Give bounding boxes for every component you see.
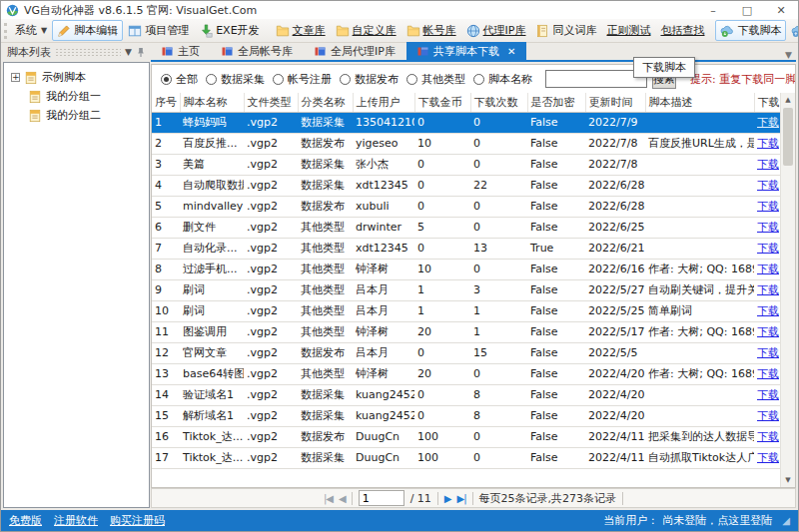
table-row[interactable]: 2百度反推....vgp2数据发布yigeseo100False2022/7/8… bbox=[152, 133, 780, 154]
table-row[interactable]: 8过滤手机....vgp2其他类型钟泽树100False2022/6/16作者:… bbox=[152, 259, 780, 279]
tree-item-2[interactable]: 我的分组一 bbox=[6, 87, 147, 106]
upload-script-button[interactable]: 上传脚本 bbox=[786, 20, 799, 41]
download-link[interactable]: 下载 bbox=[757, 200, 779, 213]
minimize-button[interactable]: – bbox=[696, 1, 730, 19]
table-row[interactable]: 15解析域名1.vgp2数据采集kuang245229908False2022/… bbox=[152, 405, 780, 426]
column-header[interactable]: 序号 bbox=[152, 93, 180, 112]
download-link[interactable]: 下载 bbox=[757, 430, 779, 443]
synonym-library-button[interactable]: 同义词库 bbox=[530, 20, 601, 41]
download-link[interactable]: 下载 bbox=[757, 283, 779, 296]
vertical-scrollbar[interactable]: ▲ ▼ bbox=[780, 93, 795, 487]
radio-icon[interactable] bbox=[206, 74, 217, 85]
download-link[interactable]: 下载 bbox=[757, 221, 779, 234]
table-row[interactable] bbox=[152, 468, 780, 487]
account-library-button[interactable]: 帐号库 bbox=[401, 20, 461, 41]
table-row[interactable]: 14验证域名1.vgp2数据采集kuang245229908False2022/… bbox=[152, 384, 780, 405]
radio-icon[interactable] bbox=[273, 74, 284, 85]
column-header[interactable]: 文件类型 bbox=[244, 93, 298, 112]
tab-4[interactable]: 共享脚本下载✕ bbox=[406, 42, 526, 60]
close-button[interactable]: ✕ bbox=[764, 1, 798, 19]
download-link[interactable]: 下载 bbox=[757, 388, 779, 401]
column-header[interactable]: 分类名称 bbox=[298, 93, 353, 112]
column-header[interactable]: 下载金币 bbox=[414, 93, 470, 112]
pin-icon[interactable] bbox=[136, 47, 146, 58]
radio-3[interactable]: 帐号注册 bbox=[273, 72, 332, 87]
download-script-button[interactable]: 下载脚本 bbox=[715, 20, 786, 41]
scroll-down-icon[interactable]: ▼ bbox=[781, 473, 795, 487]
table-row[interactable]: 12官网文章.vgp2数据发布吕本月015False2022/5/5下载 bbox=[152, 342, 780, 363]
tab-3[interactable]: 全局代理IP库 bbox=[304, 42, 406, 60]
column-header[interactable]: 脚本描述 bbox=[645, 93, 754, 112]
next-page-button[interactable]: ▶ bbox=[444, 493, 451, 504]
exe-dev-button[interactable]: EXE开发 bbox=[194, 20, 264, 41]
first-page-button[interactable]: |◀ bbox=[324, 493, 333, 504]
table-row[interactable]: 7自动化录....vgp2其他类型xdt12345013True2022/6/2… bbox=[152, 238, 780, 259]
status-link-3[interactable]: 购买注册码 bbox=[110, 513, 165, 528]
download-link[interactable]: 下载 bbox=[757, 325, 779, 338]
chevron-down-icon[interactable]: ▼ bbox=[125, 47, 132, 57]
radio-icon[interactable] bbox=[340, 74, 351, 85]
download-link[interactable]: 下载 bbox=[757, 242, 779, 255]
tab-overflow-icon[interactable]: ▼ bbox=[781, 50, 796, 60]
table-row[interactable]: 16Tiktok_达....vgp2数据发布DuugCn1000False202… bbox=[152, 426, 780, 447]
tree-item-3[interactable]: 我的分组二 bbox=[6, 106, 147, 125]
regex-test-button[interactable]: 正则测试 bbox=[601, 20, 655, 41]
table-row[interactable]: 6删文件.vgp2其他类型drwinter50False2022/6/25下载 bbox=[152, 217, 780, 238]
article-library-button[interactable]: 文章库 bbox=[271, 20, 331, 41]
include-find-button[interactable]: 包括查找 bbox=[655, 20, 709, 41]
column-header[interactable]: 下载次数 bbox=[470, 93, 527, 112]
scroll-up-icon[interactable]: ▲ bbox=[781, 93, 795, 107]
download-link[interactable]: 下载 bbox=[757, 158, 779, 171]
close-icon[interactable]: ✕ bbox=[507, 46, 515, 57]
table-row[interactable]: 17Tiktok_达....vgp2数据采集DuugCn1000False202… bbox=[152, 447, 780, 468]
page-number-input[interactable] bbox=[359, 490, 404, 506]
table-row[interactable]: 9刷词.vgp2其他类型吕本月13False2022/5/27自动刷关键词，提升… bbox=[152, 279, 780, 300]
login-link[interactable]: 尚未登陆，点这里登陆 bbox=[662, 513, 772, 528]
table-row[interactable]: 5mindvalley.vgp2数据发布xubuli00False2022/6/… bbox=[152, 196, 780, 217]
custom-library-button[interactable]: 自定义库 bbox=[331, 20, 401, 41]
radio-icon[interactable] bbox=[473, 74, 484, 85]
radio-4[interactable]: 数据发布 bbox=[340, 72, 399, 87]
download-link[interactable]: 下载 bbox=[757, 451, 779, 464]
status-link-2[interactable]: 注册软件 bbox=[54, 513, 98, 528]
download-link[interactable]: 下载 bbox=[757, 179, 779, 192]
radio-1[interactable]: 全部 bbox=[161, 72, 198, 87]
download-link[interactable]: 下载 bbox=[757, 409, 779, 422]
table-row[interactable]: 11图鉴调用.vgp2其他类型钟泽树201False2022/5/17作者: 大… bbox=[152, 321, 780, 342]
column-header[interactable]: 更新时间 bbox=[585, 93, 645, 112]
download-link[interactable]: 下载 bbox=[757, 304, 779, 317]
table-row[interactable]: 10刷词.vgp2其他类型吕本月11False2022/5/25简单刷词下载 bbox=[152, 300, 780, 321]
table-row[interactable]: 1蜂妈妈吗.vgp2数据采集1350412101400False2022/7/9… bbox=[152, 112, 780, 133]
radio-icon[interactable] bbox=[161, 74, 172, 85]
table-row[interactable]: 3美篇.vgp2数据采集张小杰00False2022/7/8下载 bbox=[152, 154, 780, 175]
scrollbar-thumb[interactable] bbox=[783, 108, 793, 166]
download-link[interactable]: 下载 bbox=[757, 346, 779, 359]
script-name-input[interactable] bbox=[545, 70, 647, 88]
radio-icon[interactable] bbox=[406, 74, 417, 85]
column-header[interactable]: 上传用户 bbox=[353, 93, 414, 112]
project-manage-button[interactable]: 项目管理 bbox=[123, 20, 194, 41]
menu-system[interactable]: 系统▼ bbox=[10, 20, 52, 41]
status-link-1[interactable]: 免费版 bbox=[9, 513, 42, 528]
column-header[interactable]: 脚本名称 bbox=[180, 93, 244, 112]
table-row[interactable]: 4自动爬取数据.vgp2数据采集xdt12345022False2022/6/2… bbox=[152, 175, 780, 196]
resize-grip[interactable]: ◢ bbox=[782, 515, 790, 526]
tree-item-1[interactable]: +示例脚本 bbox=[6, 68, 147, 87]
download-link[interactable]: 下载 bbox=[757, 263, 779, 275]
download-link[interactable]: 下载 bbox=[757, 137, 779, 150]
proxy-ip-library-button[interactable]: 代理IP库 bbox=[461, 20, 531, 41]
radio-5[interactable]: 其他类型 bbox=[406, 72, 465, 87]
radio-6[interactable]: 脚本名称 bbox=[473, 72, 532, 87]
expand-icon[interactable]: + bbox=[11, 73, 20, 82]
prev-page-button[interactable]: ◀ bbox=[339, 493, 346, 504]
tab-1[interactable]: 主页 bbox=[151, 42, 211, 60]
column-header[interactable]: 是否加密 bbox=[527, 93, 585, 112]
table-row[interactable]: 13base64转图片.vgp2其他类型钟泽树200False2022/4/20… bbox=[152, 363, 780, 384]
download-link[interactable]: 下载 bbox=[757, 116, 779, 129]
column-header[interactable]: 下载 bbox=[754, 93, 780, 112]
last-page-button[interactable]: ▶| bbox=[457, 493, 466, 504]
script-edit-button[interactable]: 脚本编辑 bbox=[52, 20, 123, 41]
maximize-button[interactable]: □ bbox=[730, 1, 764, 19]
radio-2[interactable]: 数据采集 bbox=[206, 72, 265, 87]
tab-2[interactable]: 全局帐号库 bbox=[211, 42, 304, 60]
